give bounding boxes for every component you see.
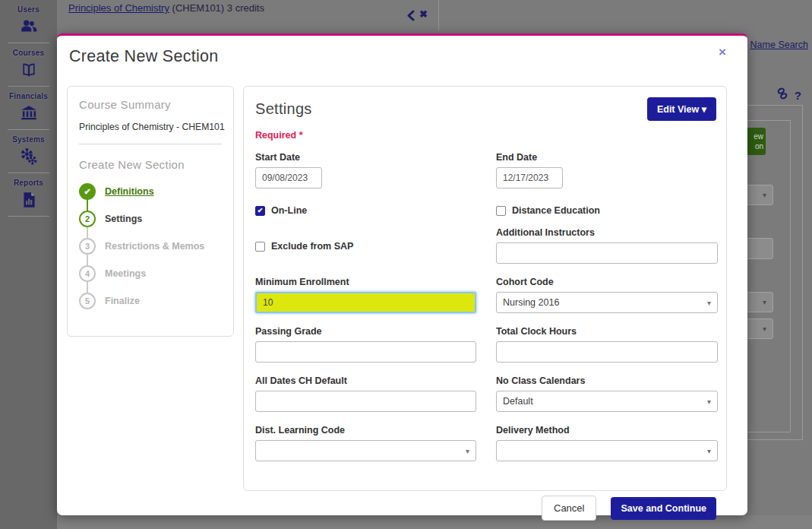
cohort-code-value: Nursing 2016	[503, 297, 559, 308]
sidebar-item-financials[interactable]: Financials	[0, 87, 57, 123]
step-finalize: 5 Finalize	[79, 293, 222, 309]
end-date-input[interactable]	[496, 167, 563, 188]
step-label: Meetings	[105, 268, 146, 279]
delivery-method-label: Delivery Method	[496, 425, 718, 436]
sidebar-item-label: Systems	[0, 135, 57, 144]
step-check-icon: ✔	[79, 183, 96, 200]
modal-close-icon[interactable]: ×	[719, 45, 726, 60]
divider	[79, 144, 222, 144]
step-label: Finalize	[105, 296, 140, 306]
no-class-calendars-select[interactable]: Default ▾	[496, 391, 718, 412]
exclude-sap-checkbox[interactable]	[255, 242, 265, 252]
check-icon: ✔	[258, 207, 264, 214]
caret-down-icon: ▾	[763, 298, 766, 306]
cohort-code-group: Cohort Code Nursing 2016 ▾	[496, 277, 718, 313]
sidebar-item-users[interactable]: Users	[0, 0, 57, 36]
sidebar-item-label: Users	[0, 5, 57, 14]
create-new-section-modal: Create New Section × Course Summary Prin…	[57, 33, 747, 515]
caret-down-icon: ▾	[763, 325, 766, 333]
step-label[interactable]: Definitions	[105, 186, 154, 197]
modal-title: Create New Section	[69, 47, 219, 66]
course-name: Principles of Chemistry - CHEM101	[79, 122, 222, 132]
distance-education-checkbox[interactable]	[496, 206, 506, 216]
settings-form: Start Date End Date ✔ On-Line Distance E…	[255, 152, 716, 474]
step-connector	[87, 200, 88, 211]
additional-instructors-input[interactable]	[496, 242, 718, 264]
gears-icon	[18, 147, 39, 166]
form-actions: Cancel Save and Continue	[255, 496, 716, 521]
caret-down-icon: ▾	[707, 447, 711, 455]
step-label: Settings	[105, 214, 142, 224]
step-definitions[interactable]: ✔ Definitions	[79, 183, 222, 200]
all-dates-ch-default-input[interactable]	[255, 391, 476, 412]
step-settings: 2 Settings	[79, 211, 222, 227]
total-clock-hours-group: Total Clock Hours	[496, 326, 718, 363]
chevron-left-icon[interactable]	[406, 10, 415, 21]
exclude-sap-label[interactable]: Exclude from SAP	[271, 241, 353, 252]
users-icon	[18, 17, 39, 36]
sidebar-item-reports[interactable]: Reports	[0, 173, 57, 210]
total-clock-hours-input[interactable]	[496, 341, 718, 363]
start-date-input[interactable]	[255, 167, 322, 188]
delivery-method-select[interactable]: ▾	[496, 440, 718, 461]
minimum-enrollment-group: Minimum Enrollment	[255, 277, 476, 313]
online-label[interactable]: On-Line	[271, 205, 307, 216]
caret-down-icon: ▾	[707, 398, 711, 406]
wizard-heading: Create New Section	[79, 158, 222, 171]
save-and-continue-button[interactable]: Save and Continue	[611, 497, 716, 520]
additional-instructors-group: Additional Instructors	[496, 227, 718, 264]
additional-instructors-label: Additional Instructors	[496, 227, 718, 238]
minimum-enrollment-input[interactable]	[255, 292, 476, 313]
bg-green-button-text: ew	[745, 131, 763, 141]
no-class-calendars-label: No Class Calendars	[496, 375, 718, 386]
name-search-link[interactable]: Name Search	[750, 40, 808, 50]
all-dates-ch-default-label: All Dates CH Default	[255, 375, 476, 386]
cohort-code-select[interactable]: Nursing 2016 ▾	[496, 292, 718, 313]
all-dates-ch-default-group: All Dates CH Default	[255, 375, 476, 412]
bg-panel-border	[747, 120, 790, 121]
course-tab-link[interactable]: Principles of Chemistry	[68, 2, 169, 14]
step-connector	[87, 255, 88, 265]
exclude-sap-checkbox-row[interactable]: Exclude from SAP	[255, 227, 476, 265]
help-icon[interactable]: ?	[795, 89, 801, 102]
online-checkbox-row[interactable]: ✔ On-Line	[255, 205, 476, 216]
course-tab-credits: (CHEM101) 3 credits	[169, 2, 264, 14]
settings-panel: Settings Edit View ▾ Required * Start Da…	[243, 86, 727, 491]
course-summary-panel: Course Summary Principles of Chemistry -…	[67, 86, 234, 337]
sidebar-item-courses[interactable]: Courses	[0, 43, 57, 80]
tab-divider	[438, 0, 439, 30]
dist-learning-code-label: Dist. Learning Code	[255, 425, 476, 436]
step-number: 2	[79, 211, 96, 227]
total-clock-hours-label: Total Clock Hours	[496, 326, 718, 337]
distance-education-checkbox-row[interactable]: Distance Education	[496, 205, 718, 216]
course-tab[interactable]: Principles of Chemistry (CHEM101) 3 cred…	[68, 2, 264, 14]
online-checkbox[interactable]: ✔	[255, 206, 265, 216]
sidebar: Users Courses Financials Systems	[0, 0, 57, 529]
settings-heading: Settings	[255, 100, 312, 118]
screen: Users Courses Financials Systems	[0, 0, 812, 529]
bg-panel-border	[747, 105, 803, 106]
bg-panel-border	[790, 120, 791, 432]
passing-grade-input[interactable]	[255, 341, 476, 363]
sidebar-item-systems[interactable]: Systems	[0, 130, 57, 166]
wizard-steps: ✔ Definitions 2 Settings 3 Restrictions …	[79, 183, 222, 309]
bg-panel-border	[747, 432, 790, 432]
step-number: 5	[79, 293, 96, 309]
tab-close-icon[interactable]: ✖	[419, 8, 428, 20]
bg-green-button-text: on	[745, 141, 763, 151]
page-corner-icons: ?	[775, 86, 801, 104]
sidebar-item-label: Courses	[0, 49, 57, 57]
step-connector	[87, 282, 88, 293]
cancel-button[interactable]: Cancel	[542, 496, 596, 521]
required-note: Required *	[255, 130, 716, 141]
edit-view-button[interactable]: Edit View ▾	[647, 97, 716, 121]
link-icon[interactable]	[775, 86, 790, 104]
dist-learning-code-select[interactable]: ▾	[255, 440, 476, 461]
distance-education-label[interactable]: Distance Education	[512, 205, 600, 216]
no-class-calendars-value: Default	[503, 396, 533, 407]
start-date-group: Start Date	[255, 152, 476, 188]
passing-grade-group: Passing Grade	[255, 326, 476, 363]
course-summary-heading: Course Summary	[79, 98, 222, 111]
caret-down-icon: ▾	[466, 447, 469, 455]
step-number: 4	[79, 265, 96, 282]
